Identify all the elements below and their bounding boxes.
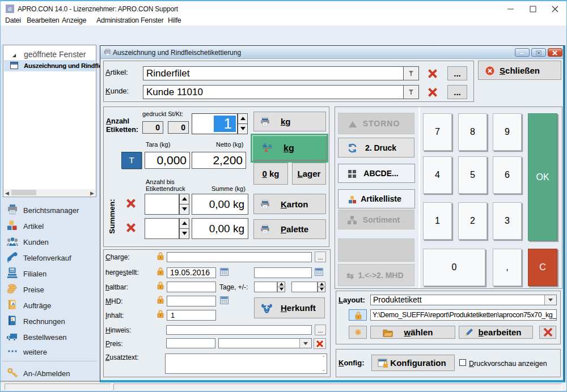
svg-text:€: € xyxy=(11,317,14,322)
svg-text:A: A xyxy=(11,301,15,306)
